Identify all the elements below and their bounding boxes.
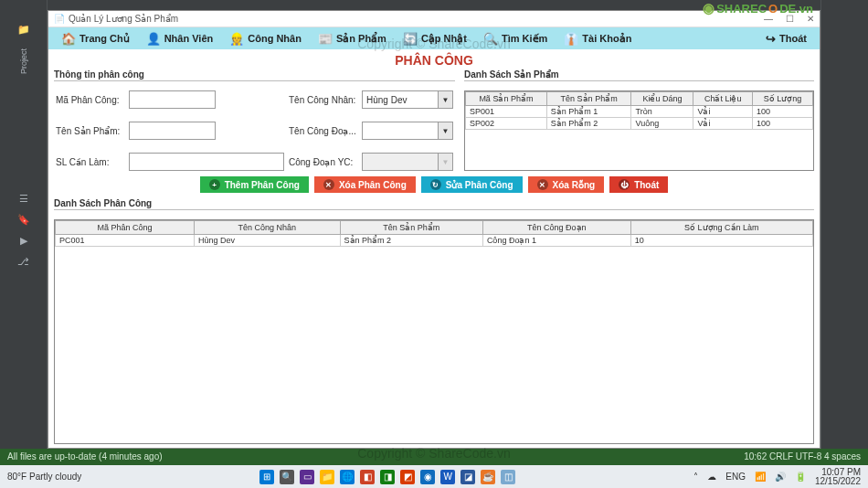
exit-button[interactable]: ⏻Thoát [609,176,668,193]
sl-input[interactable] [129,153,284,171]
table-cell: 100 [753,118,813,130]
cdyc-combo: ▼ [362,153,453,171]
app-icon: 📄 [54,14,65,24]
table-header: Số Lượng [753,92,813,106]
products-section-header: Danh Sách Sản Phẩm [464,69,814,81]
table-cell: SP002 [466,118,547,130]
table-cell: Tròn [631,106,693,118]
lang-indicator[interactable]: ENG [725,472,746,482]
clear-button[interactable]: ✕Xóa Rỗng [528,176,605,193]
add-button[interactable]: +Thêm Phân Công [200,176,309,193]
table-cell: Công Đoạn 1 [482,235,630,247]
form-section-header: Thông tin phân công [54,69,455,81]
run-icon[interactable]: ▶ [20,235,27,247]
wifi-icon[interactable]: 📶 [755,472,766,482]
table-cell: SP001 [466,106,547,118]
project-icon[interactable]: 📁 [17,24,30,36]
nav-timkiem[interactable]: 🔍Tìm Kiếm [476,27,555,49]
edge-icon[interactable]: 🌐 [340,470,355,484]
tencn-combo[interactable]: Hùng Dev▼ [362,90,453,109]
app-icon[interactable]: ◧ [360,470,375,484]
nav-capnhat[interactable]: 🔄Cập Nhật [396,27,474,49]
account-icon: 👔 [564,32,578,46]
maphan-label: Mã Phân Công: [56,95,123,105]
assignments-table[interactable]: Mã Phân CôngTên Công NhânTên Sản PhẩmTên… [54,219,814,444]
ide-status-bar: All files are up-to-date (4 minutes ago)… [0,449,868,465]
table-row[interactable]: SP002Sản Phẩm 2VuôngVải100 [466,118,813,130]
table-header: Tên Sản Phẩm [340,221,482,235]
refresh-icon: ↻ [430,179,441,190]
start-icon[interactable]: ⊞ [259,470,274,484]
plus-icon: + [209,179,220,190]
assignments-section-header: Danh Sách Phân Công [54,198,814,210]
x-icon: ✕ [537,179,548,190]
nav-congnhan[interactable]: 👷Công Nhân [222,27,309,49]
x-icon: ✕ [323,179,334,190]
clock-date[interactable]: 12/15/2022 [815,477,861,486]
table-header: Mã Phân Công [56,221,195,235]
maphan-input[interactable] [129,90,216,109]
table-cell: Vuông [631,118,693,130]
tencn-label: Tên Công Nhân: [289,95,356,105]
table-cell: Sản Phẩm 2 [546,118,631,130]
nav-thoat[interactable]: ↪Thoát [758,27,814,49]
nav-taikhoan[interactable]: 👔Tài Khoản [556,27,639,49]
bookmarks-icon[interactable]: 🔖 [17,214,30,226]
app-icon[interactable]: ◪ [460,470,475,484]
onedrive-icon[interactable]: ☁ [707,472,716,482]
nav-sanpham[interactable]: 📰Sản Phẩm [311,27,394,49]
table-row[interactable]: SP001Sản Phẩm 1TrònVải100 [466,106,813,118]
table-cell: 100 [753,106,813,118]
word-icon[interactable]: W [440,470,455,484]
chevron-down-icon[interactable]: ▼ [438,91,452,108]
app-window: 📄 Quản Lý Lương Sản Phẩm — ☐ ✕ 🏠Trang Ch… [48,10,820,449]
explorer-icon[interactable]: 📁 [320,470,334,484]
windows-taskbar[interactable]: 80°F Partly cloudy ⊞ 🔍 ▭ 📁 🌐 ◧ ◨ ◩ ◉ W ◪… [0,465,868,488]
chevron-down-icon[interactable]: ▼ [438,122,452,139]
main-toolbar: 🏠Trang Chủ 👤Nhân Viên 👷Công Nhân 📰Sản Ph… [48,27,820,49]
table-header: Mã Sản Phẩm [466,92,547,106]
products-table[interactable]: Mã Sản PhẩmTên Sản PhẩmKiểu DángChất Liệ… [464,90,814,171]
user-icon: 👤 [146,32,161,46]
sharecode-logo: ◉SHARECODE.vn [703,0,813,16]
tencd-label: Tên Công Đoạ... [289,126,356,136]
table-cell: Sản Phẩm 1 [546,106,631,118]
project-label: Project [19,48,28,74]
edit-button[interactable]: ↻Sửa Phân Công [421,176,523,193]
worker-icon: 👷 [229,32,244,46]
table-header: Tên Sản Phẩm [546,92,631,106]
volume-icon[interactable]: 🔊 [775,472,786,482]
refresh-icon: 🔄 [403,32,418,46]
tencd-combo[interactable]: ▼ [362,122,453,140]
structure-icon[interactable]: ☰ [19,193,28,205]
app-icon[interactable]: ◫ [501,470,515,484]
table-header: Tên Công Đoạn [482,221,630,235]
power-icon: ⏻ [619,179,630,190]
app-icon[interactable]: ◩ [400,470,415,484]
table-cell: Hùng Dev [194,235,340,247]
tensp-label: Tên Sản Phẩm: [56,126,123,136]
app-icon[interactable]: ◨ [380,470,395,484]
clock-time[interactable]: 10:07 PM [815,468,861,477]
table-cell: Vải [693,106,753,118]
battery-icon[interactable]: 🔋 [795,472,806,482]
table-row[interactable]: PC001Hùng DevSản Phẩm 2Công Đoạn 110 [56,235,813,247]
java-icon[interactable]: ☕ [481,470,495,484]
git-icon[interactable]: ⎇ [17,256,29,268]
taskview-icon[interactable]: ▭ [300,470,314,484]
search-icon[interactable]: 🔍 [280,470,294,484]
exit-icon: ↪ [766,32,776,46]
nav-nhanvien[interactable]: 👤Nhân Viên [139,27,221,49]
delete-button[interactable]: ✕Xóa Phân Công [314,176,416,193]
chevron-down-icon: ▼ [438,154,452,170]
window-title: Quản Lý Lương Sản Phẩm [69,14,178,24]
ide-right-gutter [820,0,868,451]
page-title: PHÂN CÔNG [48,49,820,69]
chrome-icon[interactable]: ◉ [420,470,435,484]
home-icon: 🏠 [61,32,76,46]
weather-widget[interactable]: 80°F Partly cloudy [7,472,81,482]
tensp-input[interactable] [129,122,216,140]
tray-chevron-icon[interactable]: ˄ [693,472,698,482]
nav-home[interactable]: 🏠Trang Chủ [54,27,137,49]
table-header: Tên Công Nhân [194,221,340,235]
